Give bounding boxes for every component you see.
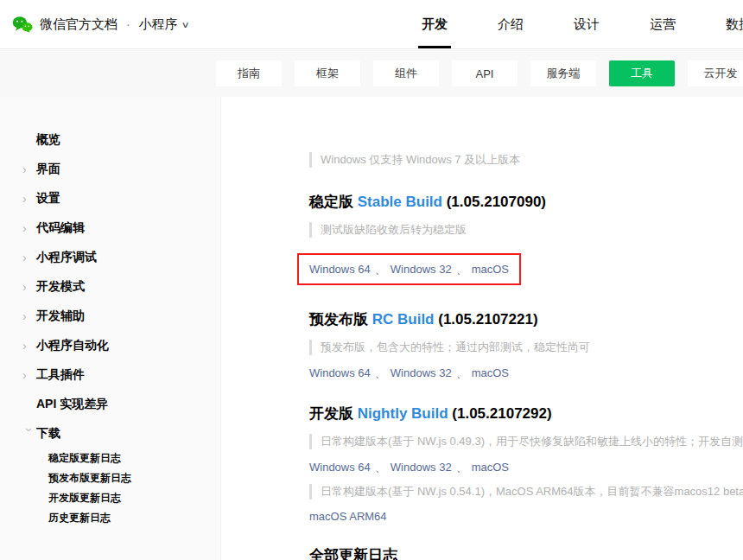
sidebar-item-nightly-changelog[interactable]: 开发版更新日志: [0, 488, 220, 508]
chevron-right-icon: [22, 193, 36, 205]
tab-guide[interactable]: 指南: [216, 60, 282, 86]
sidebar-item-download[interactable]: 下载: [0, 419, 220, 449]
chevron-right-icon: [22, 369, 36, 381]
tab-api[interactable]: API: [452, 60, 518, 86]
windows-support-note: Windows 仅支持 Windows 7 及以上版本: [309, 152, 743, 168]
section-title-rc: 预发布版 RC Build (1.05.2107221): [309, 309, 743, 329]
header-nav: 开发 介绍 设计 运营 数据: [418, 0, 743, 48]
section-title-nightly: 开发版 Nightly Build (1.05.2107292): [309, 404, 743, 423]
section-title-stable: 稳定版 Stable Build (1.05.2107090): [309, 192, 743, 212]
tab-devtools[interactable]: 工具: [609, 60, 675, 86]
sidebar-item-code-edit[interactable]: 代码编辑: [0, 213, 220, 243]
sidebar-item-interface[interactable]: 界面: [0, 155, 220, 184]
stable-note: 测试版缺陷收敛后转为稳定版: [309, 222, 743, 238]
tab-cloud[interactable]: 云开发: [688, 60, 743, 86]
title-separator-dot: ·: [126, 17, 130, 31]
nav-item-intro[interactable]: 介绍: [494, 0, 527, 48]
sidebar-item-history-changelog[interactable]: 历史更新日志: [0, 508, 220, 528]
nav-item-data[interactable]: 数据: [722, 0, 743, 48]
chevron-right-icon: [22, 163, 36, 175]
header: 微信官方文档 · 小程序 ∨ 开发 介绍 设计 运营 数据: [0, 0, 743, 49]
sidebar-item-rc-changelog[interactable]: 预发布版更新日志: [0, 468, 220, 488]
section-all-changelogs: 全部更新日志 全部更新日志: [309, 545, 743, 560]
nav-item-operation[interactable]: 运营: [646, 0, 679, 48]
link-separator: 、: [375, 366, 386, 379]
sidebar-item-automation[interactable]: 小程序自动化: [0, 331, 220, 360]
subnav-tabs: 指南 框架 组件 API 服务端 工具 云开发: [0, 50, 743, 97]
sidebar-item-settings[interactable]: 设置: [0, 184, 220, 213]
tab-component[interactable]: 组件: [373, 60, 439, 86]
section-nightly: 开发版 Nightly Build (1.05.2107292) 日常构建版本(…: [309, 404, 743, 523]
download-link-macos-arm64[interactable]: macOS ARM64: [309, 510, 387, 523]
sidebar-item-dev-assist[interactable]: 开发辅助: [0, 302, 220, 331]
section-title-all-changelogs: 全部更新日志: [309, 545, 743, 560]
highlight-box: Windows 64、Windows 32、macOS: [297, 253, 521, 285]
section-stable: 稳定版 Stable Build (1.05.2107090) 测试版缺陷收敛后…: [309, 192, 743, 287]
chevron-down-icon: ∨: [181, 20, 189, 29]
chevron-right-icon: [22, 222, 36, 234]
tab-server[interactable]: 服务端: [530, 60, 596, 86]
platform-label: 小程序: [139, 16, 178, 33]
tab-framework[interactable]: 框架: [295, 60, 360, 86]
rc-download-links: Windows 64、Windows 32、macOS: [309, 366, 743, 381]
wechat-logo-icon: [12, 16, 33, 34]
chevron-right-icon: [22, 251, 36, 264]
chevron-down-icon: [23, 428, 35, 442]
stable-download-links: Windows 64、Windows 32、macOS: [309, 263, 509, 276]
nightly-arm64-links: macOS ARM64: [309, 510, 743, 523]
nightly-arm64-note: 日常构建版本(基于 NW.js 0.54.1)，MacOS ARM64版本，目前…: [309, 484, 743, 500]
sidebar-item-miniprogram-debug[interactable]: 小程序调试: [0, 243, 220, 272]
rc-note: 预发布版，包含大的特性；通过内部测试，稳定性尚可: [309, 340, 743, 355]
nav-item-design[interactable]: 设计: [570, 0, 603, 48]
link-separator: 、: [456, 263, 467, 276]
sidebar-item-stable-changelog[interactable]: 稳定版更新日志: [0, 449, 220, 468]
download-link-macos[interactable]: macOS: [472, 461, 509, 474]
sidebar-item-overview[interactable]: 概览: [0, 125, 220, 155]
nightly-download-links: Windows 64、Windows 32、macOS: [309, 460, 743, 475]
link-separator: 、: [375, 263, 386, 276]
chevron-right-icon: [22, 310, 36, 322]
download-link-windows32[interactable]: Windows 32: [391, 366, 452, 379]
chevron-right-icon: [22, 281, 36, 293]
link-separator: 、: [375, 461, 386, 474]
link-separator: 、: [456, 366, 467, 379]
section-rc: 预发布版 RC Build (1.05.2107221) 预发布版，包含大的特性…: [309, 309, 743, 381]
sidebar-item-api-diff[interactable]: API 实现差异: [0, 390, 220, 419]
nav-item-develop[interactable]: 开发: [418, 0, 451, 48]
sidebar-item-dev-mode[interactable]: 开发模式: [0, 272, 220, 302]
link-separator: 、: [456, 461, 467, 474]
chevron-right-icon: [22, 340, 36, 352]
download-link-windows64[interactable]: Windows 64: [309, 461, 371, 474]
sidebar: 概览 界面 设置 代码编辑 小程序调试 开发模式 开发辅助 小程序自动化 工具插…: [0, 97, 221, 560]
download-link-macos[interactable]: macOS: [472, 263, 509, 276]
main-content: Windows 仅支持 Windows 7 及以上版本 稳定版 Stable B…: [221, 97, 743, 560]
platform-switcher[interactable]: 小程序 ∨: [139, 16, 188, 33]
download-link-windows32[interactable]: Windows 32: [391, 461, 452, 474]
download-link-windows64[interactable]: Windows 64: [309, 263, 371, 276]
download-link-windows64[interactable]: Windows 64: [309, 366, 371, 379]
header-left: 微信官方文档 · 小程序 ∨: [12, 0, 188, 48]
download-link-macos[interactable]: macOS: [472, 366, 509, 379]
download-link-windows32[interactable]: Windows 32: [391, 263, 452, 276]
site-title: 微信官方文档: [40, 16, 117, 33]
nightly-note: 日常构建版本(基于 NW.js 0.49.3)，用于尽快修复缺陷和敏捷上线小的特…: [309, 434, 743, 449]
sidebar-item-plugins[interactable]: 工具插件: [0, 360, 220, 390]
